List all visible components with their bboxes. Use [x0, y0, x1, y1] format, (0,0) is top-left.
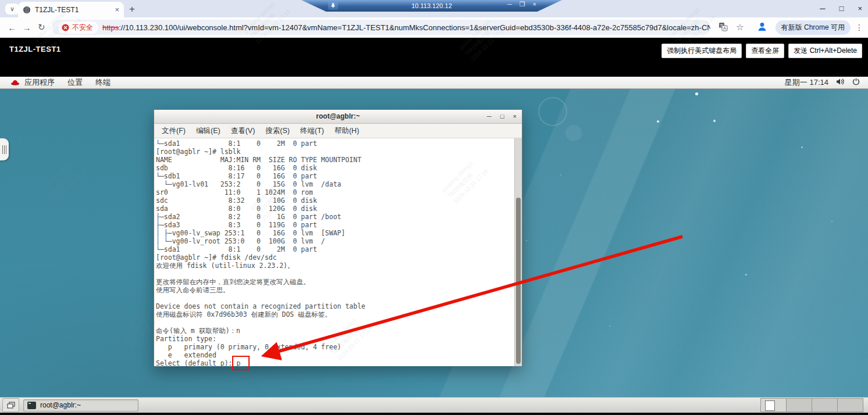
terminal-menubar: 文件(F) 编辑(E) 查看(V) 搜索(S) 终端(T) 帮助(H)	[154, 124, 522, 138]
new-tab-button[interactable]: +	[129, 2, 135, 16]
fullscreen-button[interactable]: 查看全屏	[746, 44, 784, 58]
prompt-prefix: Select (default p):	[156, 359, 236, 366]
terminal-menu-help[interactable]: 帮助(H)	[329, 126, 364, 136]
browser-toolbar: ← → ↻ 不安全 https://10.113.230.100/ui/webc…	[0, 17, 868, 38]
svg-text:A: A	[723, 26, 726, 31]
gnome-top-panel: 应用程序 位置 终端 星期一 17:14	[0, 77, 868, 89]
force-us-keyboard-button[interactable]: 强制执行美式键盘布局	[661, 44, 742, 58]
menu-places[interactable]: 位置	[67, 77, 83, 88]
annotation-highlight-box	[232, 356, 250, 370]
terminal-menu-search[interactable]: 搜索(S)	[260, 126, 295, 136]
terminal-output[interactable]: └─sda1 8:1 0 2M 0 part [root@agblr ~]# l…	[154, 138, 522, 366]
tab-title: T1ZJL-TEST1	[35, 6, 111, 14]
terminal-mini-icon	[27, 402, 36, 409]
browser-menu-icon[interactable]: ⋮	[855, 23, 863, 32]
console-sidebar-handle[interactable]	[0, 138, 9, 160]
webconsole-header: T1ZJL-TEST1 强制执行美式键盘布局 查看全屏 发送 Ctrl+Alt+…	[0, 38, 868, 77]
terminal-title: root@agblr:~	[316, 112, 360, 120]
taskbar-item-label: root@agblr:~	[40, 401, 81, 409]
scrollbar-thumb[interactable]	[516, 198, 521, 364]
workspace-1[interactable]	[761, 399, 787, 412]
tab-close-icon[interactable]: ×	[115, 5, 119, 14]
menu-terminal-app[interactable]: 终端	[95, 77, 111, 88]
rdp-connection-bar[interactable]: 10.113.120.12 ─ ❐ ×	[301, 0, 562, 12]
send-ctrl-alt-delete-button[interactable]: 发送 Ctrl+Alt+Delete	[788, 44, 862, 58]
back-button[interactable]: ←	[5, 23, 19, 33]
rdp-restore-button[interactable]: ❐	[520, 1, 525, 8]
terminal-maximize-button[interactable]: □	[500, 110, 504, 123]
terminal-menu-terminal[interactable]: 终端(T)	[295, 126, 329, 136]
menu-applications[interactable]: 应用程序	[24, 77, 55, 88]
show-desktop-button[interactable]	[2, 398, 19, 412]
workspace-3[interactable]	[812, 399, 838, 412]
workspace-4[interactable]	[838, 399, 863, 412]
url-text: ://10.113.230.100/ui/webconsole.html?vmI…	[119, 23, 710, 32]
browser-tab[interactable]: T1ZJL-TEST1 ×	[18, 2, 124, 17]
terminal-text: └─sda1 8:1 0 2M 0 part [root@agblr ~]# l…	[154, 138, 522, 359]
gnome-bottom-panel: root@agblr:~	[0, 397, 868, 413]
reload-button[interactable]: ↻	[34, 22, 49, 33]
power-icon[interactable]	[852, 78, 860, 87]
screen-bottom-edge	[0, 413, 868, 415]
browser-restore-button[interactable]: □	[839, 2, 844, 15]
redhat-logo-icon	[10, 79, 20, 86]
browser-minimize-button[interactable]: ─	[820, 2, 825, 15]
vm-name-label: T1ZJL-TEST1	[9, 45, 61, 53]
not-secure-label: 不安全	[72, 23, 93, 33]
clock-label[interactable]: 星期一 17:14	[785, 77, 828, 88]
workspace-2[interactable]	[787, 399, 812, 412]
chrome-update-chip[interactable]: 有新版 Chrome 可用	[775, 20, 851, 35]
tab-search-button[interactable]: ∨	[5, 3, 19, 15]
terminal-prompt-line: Select (default p): p	[154, 359, 522, 366]
bookmark-star-icon[interactable]: ☆	[736, 22, 744, 33]
terminal-menu-edit[interactable]: 编辑(E)	[191, 126, 226, 136]
rdp-pin-icon[interactable]	[328, 1, 338, 10]
terminal-minimize-button[interactable]: ─	[487, 110, 492, 123]
address-bar[interactable]: 不安全 https://10.113.230.100/ui/webconsole…	[52, 20, 710, 35]
taskbar-item-terminal[interactable]: root@agblr:~	[23, 399, 138, 412]
not-secure-icon	[62, 24, 69, 31]
tab-favicon-globe-icon	[23, 6, 31, 14]
terminal-window[interactable]: root@agblr:~ ─ □ × 文件(F) 编辑(E) 查看(V) 搜索(…	[154, 109, 522, 366]
profile-avatar[interactable]	[757, 22, 767, 34]
terminal-menu-view[interactable]: 查看(V)	[226, 126, 261, 136]
url-scheme: https	[102, 23, 119, 32]
terminal-close-button[interactable]: ×	[513, 110, 517, 123]
rdp-close-button[interactable]: ×	[533, 1, 536, 8]
terminal-menu-file[interactable]: 文件(F)	[156, 126, 191, 136]
forward-button[interactable]: →	[19, 23, 34, 33]
terminal-scrollbar[interactable]	[514, 138, 522, 366]
rdp-minimize-button[interactable]: ─	[507, 1, 512, 8]
terminal-titlebar[interactable]: root@agblr:~ ─ □ ×	[154, 110, 522, 124]
screen: ∨ T1ZJL-TEST1 × + ─ □ × 10.113.120.12 ─ …	[0, 0, 868, 415]
volume-icon[interactable]	[836, 78, 845, 87]
not-secure-badge[interactable]: 不安全	[58, 22, 98, 34]
workspace-switcher	[760, 398, 863, 412]
browser-close-button[interactable]: ×	[858, 2, 862, 15]
rdp-title: 10.113.120.12	[411, 2, 452, 9]
translate-icon[interactable]: 文A	[718, 22, 728, 33]
